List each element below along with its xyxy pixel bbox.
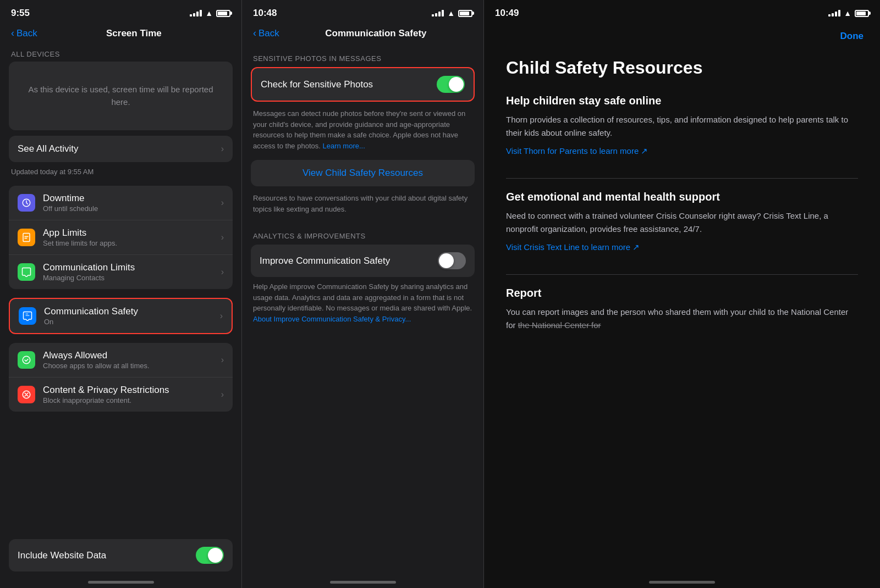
content-privacy-chevron-icon: › [221,390,224,400]
always-allowed-title: Always Allowed [43,350,221,361]
status-bar-2: 10:48 ▲ [242,0,483,23]
panel-child-safety: 10:49 ▲ Done Child Safety Resources Help… [484,0,880,588]
sensitive-photos-toggle[interactable] [437,76,465,93]
comm-safety-chevron-icon: › [220,311,223,321]
status-icons-1: ▲ [190,9,230,18]
main-title: Child Safety Resources [506,57,858,78]
panel-screen-time: 9:55 ▲ ‹ Back Screen Time ALL DEVICES As… [0,0,242,588]
home-indicator-1 [88,581,154,584]
wifi-icon-2: ▲ [447,9,455,18]
back-chevron-icon-2: ‹ [253,27,256,39]
crisis-link[interactable]: Visit Crisis Text Line to learn more ↗ [506,242,858,252]
home-indicator-3 [649,581,715,584]
comm-limits-icon [18,263,35,281]
check-sensitive-label: Check for Sensitive Photos [261,79,437,90]
comm-safety-row[interactable]: Communication Safety On › [10,299,232,333]
help-title: Help children stay safe online [506,93,858,108]
done-button[interactable]: Done [840,31,864,42]
menu-item-comm-safety-highlighted[interactable]: Communication Safety On › [9,298,233,334]
report-body: You can report images and the person who… [506,306,858,332]
emotional-body: Need to connect with a trained volunteer… [506,209,858,236]
improve-comm-row[interactable]: Improve Communication Safety [251,245,475,277]
back-button-1[interactable]: ‹ Back [11,27,37,39]
lower-settings-group: Always Allowed Choose apps to allow at a… [9,343,233,412]
all-devices-label: ALL DEVICES [0,46,241,62]
downtime-title: Downtime [43,193,221,204]
menu-item-comm-limits[interactable]: Communication Limits Managing Contacts › [9,254,233,289]
help-body: Thorn provides a collection of resources… [506,113,858,140]
improve-comm-label: Improve Communication Safety [260,256,438,267]
app-limits-title: App Limits [43,228,221,238]
always-allowed-icon [18,351,35,369]
always-allowed-subtitle: Choose apps to allow at all times. [43,362,221,370]
signal-icon-2 [432,10,444,16]
status-bar-1: 9:55 ▲ [0,0,241,23]
include-website-row: Include Website Data [9,539,233,572]
menu-item-always-allowed[interactable]: Always Allowed Choose apps to allow at a… [9,343,233,377]
learn-more-link[interactable]: Learn more... [322,142,365,150]
settings-menu-group: Downtime Off until schedule › App Limits… [9,186,233,289]
app-limits-text: App Limits Set time limits for apps. [43,228,221,247]
view-child-safety-button[interactable]: View Child Safety Resources [251,160,475,186]
divider-1 [506,178,858,179]
content-privacy-text: Content & Privacy Restrictions Block ina… [43,385,221,404]
chevron-icon: › [221,144,224,154]
panel-comm-safety: 10:48 ▲ ‹ Back Communication Safety SENS… [242,0,484,588]
comm-safety-icon [19,307,36,325]
see-all-label: See All Activity [18,143,221,154]
include-website-label: Include Website Data [18,550,196,561]
svg-point-2 [23,356,30,364]
battery-icon-3 [855,10,869,17]
back-chevron-icon: ‹ [11,27,14,39]
comm-safety-subtitle: On [44,318,220,326]
always-allowed-chevron-icon: › [221,355,224,365]
status-time-2: 10:48 [253,8,277,19]
battery-icon [216,10,230,17]
improve-desc: Help Apple improve Communication Safety … [251,279,475,333]
emotional-title: Get emotional and mental health support [506,190,858,204]
comm-safety-text: Communication Safety On [44,306,220,326]
content-privacy-title: Content & Privacy Restrictions [43,385,221,396]
thorn-link[interactable]: Visit Thorn for Parents to learn more ↗ [506,146,858,156]
see-all-activity-row[interactable]: See All Activity › [9,136,233,162]
app-limits-subtitle: Set time limits for apps. [43,239,221,247]
status-time-3: 10:49 [495,8,519,19]
comm-limits-chevron-icon: › [221,267,224,277]
check-sensitive-row[interactable]: Check for Sensitive Photos [252,68,474,101]
activity-card: As this device is used, screen time will… [9,62,233,130]
sensitive-photos-label: SENSITIVE PHOTOS IN MESSAGES [251,46,475,67]
activity-card-text: As this device is used, screen time will… [20,84,222,108]
menu-item-downtime[interactable]: Downtime Off until schedule › [9,186,233,220]
downtime-subtitle: Off until schedule [43,204,221,213]
include-website-toggle[interactable] [196,547,224,564]
content-privacy-subtitle: Block inappropriate content. [43,396,221,404]
child-safety-content: Child Safety Resources Help children sta… [484,46,880,588]
comm-limits-subtitle: Managing Contacts [43,274,221,282]
content-privacy-icon [18,386,35,403]
signal-icon-3 [828,10,840,16]
back-button-2[interactable]: ‹ Back [253,27,279,39]
downtime-icon [18,194,35,212]
downtime-text: Downtime Off until schedule [43,193,221,213]
nav-bar-2: ‹ Back Communication Safety [242,23,483,46]
report-title: Report [506,286,858,300]
nav-bar-1: ‹ Back Screen Time [0,23,241,46]
page-title-1: Screen Time [37,28,230,39]
page-title-2: Communication Safety [279,28,472,39]
divider-2 [506,274,858,275]
status-icons-3: ▲ [828,9,869,18]
battery-icon-2 [458,10,472,17]
menu-item-content-privacy[interactable]: Content & Privacy Restrictions Block ina… [9,377,233,412]
app-limits-icon [18,229,35,246]
resource-section-emotional: Get emotional and mental health support … [506,190,858,252]
menu-item-app-limits[interactable]: App Limits Set time limits for apps. › [9,220,233,254]
improve-comm-toggle[interactable] [438,252,466,269]
comm-safety-title: Communication Safety [44,306,220,317]
strikethrough-text: the National Center for [518,320,601,330]
app-limits-chevron-icon: › [221,232,224,242]
signal-icon [190,10,202,16]
status-bar-3: 10:49 ▲ [484,0,880,23]
about-improve-link[interactable]: About Improve Communication Safety & Pri… [253,315,411,323]
always-allowed-text: Always Allowed Choose apps to allow at a… [43,350,221,370]
sensitive-photos-desc: Messages can detect nude photos before t… [251,104,475,160]
